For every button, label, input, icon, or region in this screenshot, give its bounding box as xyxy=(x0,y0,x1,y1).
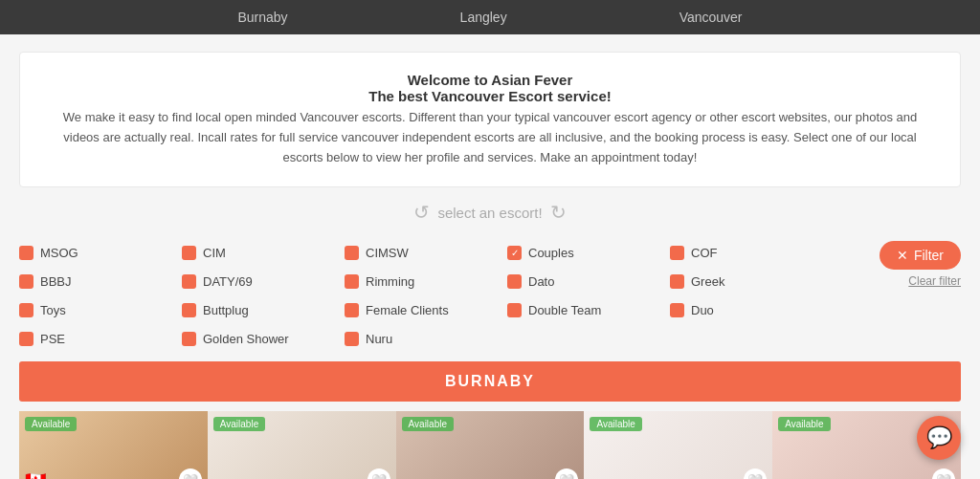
tag-box-couples: ✓ xyxy=(507,246,522,260)
filter-tags-grid: MSOG CIM CIMSW ✓ Couples COF BBBJ DATY/6… xyxy=(19,239,860,352)
tag-empty-2 xyxy=(670,325,833,352)
tag-dato[interactable]: Dato xyxy=(507,268,670,294)
tag-cim[interactable]: CIM xyxy=(182,239,345,266)
profile-cards-row: Available 🇨🇦 🤍 Available 🤍 Available 🤍 A… xyxy=(19,411,961,479)
arrow-right-icon: ↻ xyxy=(550,201,567,224)
tag-pse[interactable]: PSE xyxy=(19,325,182,352)
tag-box-bbbj xyxy=(19,274,33,289)
tag-box-dato xyxy=(507,274,522,289)
select-escort-row: ↺ select an escort! ↻ xyxy=(0,201,980,224)
filter-button-column: ✕ Filter Clear filter xyxy=(860,239,961,288)
tag-box-msog xyxy=(19,246,33,260)
chat-icon: 💬 xyxy=(926,425,952,450)
nav-langley[interactable]: Langley xyxy=(460,10,507,25)
tag-box-buttplug xyxy=(182,303,196,317)
tag-msog[interactable]: MSOG xyxy=(19,239,182,266)
welcome-body: We make it easy to find local open minde… xyxy=(49,108,931,167)
tag-box-pse xyxy=(19,332,33,346)
tag-rimming[interactable]: Rimming xyxy=(345,268,507,294)
nav-vancouver[interactable]: Vancouver xyxy=(679,10,743,25)
nav-burnaby[interactable]: Burnaby xyxy=(237,10,287,25)
profile-card-2[interactable]: Available 🤍 xyxy=(208,411,396,479)
available-badge-3: Available xyxy=(402,417,454,431)
tag-couples[interactable]: ✓ Couples xyxy=(507,239,670,266)
tag-box-toys xyxy=(19,303,33,317)
tag-daty69[interactable]: DATY/69 xyxy=(182,268,345,294)
tag-cof[interactable]: COF xyxy=(670,239,833,266)
tag-nuru[interactable]: Nuru xyxy=(345,325,507,352)
tag-box-rimming xyxy=(345,274,359,289)
tag-greek[interactable]: Greek xyxy=(670,268,833,294)
tag-box-duo xyxy=(670,303,684,317)
tag-box-female-clients xyxy=(345,303,359,317)
flag-canada: 🇨🇦 xyxy=(25,470,46,479)
tag-duo[interactable]: Duo xyxy=(670,296,833,323)
tag-double-team[interactable]: Double Team xyxy=(507,296,670,323)
location-banner: BURNABY xyxy=(19,361,961,402)
tag-empty-1 xyxy=(507,325,670,352)
profile-card-4[interactable]: Available 🤍 xyxy=(584,411,772,479)
tag-box-golden-shower xyxy=(182,332,196,346)
tag-box-cimsw xyxy=(345,246,359,260)
tag-box-daty69 xyxy=(182,274,196,289)
welcome-box: Welcome to Asian Fever The best Vancouve… xyxy=(19,52,961,187)
available-badge-5: Available xyxy=(778,417,830,431)
available-badge-2: Available xyxy=(213,417,265,431)
tag-bbbj[interactable]: BBBJ xyxy=(19,268,182,294)
tag-toys[interactable]: Toys xyxy=(19,296,182,323)
tag-box-cof xyxy=(670,246,684,260)
tag-golden-shower[interactable]: Golden Shower xyxy=(182,325,345,352)
tag-cimsw[interactable]: CIMSW xyxy=(345,239,507,266)
tag-box-greek xyxy=(670,274,684,289)
filter-x-icon: ✕ xyxy=(897,248,908,263)
filter-label: Filter xyxy=(914,248,944,263)
tag-box-double-team xyxy=(507,303,522,317)
profile-card-1[interactable]: Available 🇨🇦 🤍 xyxy=(19,411,208,479)
tag-box-nuru xyxy=(345,332,359,346)
tag-female-clients[interactable]: Female Clients xyxy=(345,296,507,323)
arrow-left-icon: ↺ xyxy=(413,201,430,224)
select-escort-label: select an escort! xyxy=(437,205,542,221)
filter-button[interactable]: ✕ Filter xyxy=(880,241,961,270)
top-navigation: Burnaby Langley Vancouver xyxy=(0,0,980,34)
filter-area: MSOG CIM CIMSW ✓ Couples COF BBBJ DATY/6… xyxy=(19,239,961,352)
profile-card-3[interactable]: Available 🤍 xyxy=(396,411,585,479)
available-badge-1: Available xyxy=(25,417,77,431)
tag-buttplug[interactable]: Buttplug xyxy=(182,296,345,323)
tag-box-cim xyxy=(182,246,196,260)
clear-filter-link[interactable]: Clear filter xyxy=(908,274,961,288)
available-badge-4: Available xyxy=(590,417,641,431)
chat-fab-button[interactable]: 💬 xyxy=(917,416,961,460)
welcome-title: Welcome to Asian Fever The best Vancouve… xyxy=(49,72,931,104)
